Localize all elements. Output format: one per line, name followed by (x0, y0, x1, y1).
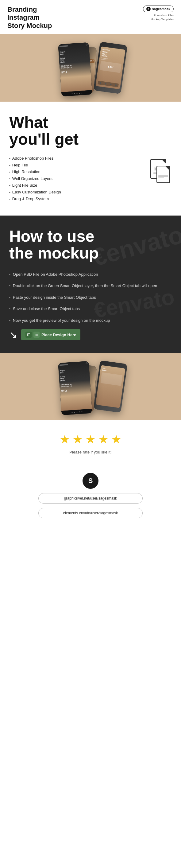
phone-front-2: August2022InstagStoryMockuEdit Design on… (58, 361, 92, 415)
list-item: Well Organized Layers (9, 176, 141, 181)
star-3: ★ (85, 433, 96, 446)
how-step: Now you get the preview of your design o… (9, 317, 172, 323)
place-design-label: Place Design Here (41, 333, 76, 337)
header-subtitle: Photoshop FilesMockup Templates (151, 13, 174, 21)
phone-back-2: Bake Baker (93, 361, 127, 413)
phone-front: August2022InstagStoryMockuEdit Design on… (58, 42, 92, 97)
rate-text: Please rate if you like it! (69, 450, 111, 455)
hero-section-2: Bake Baker CREATING AbrandingMOCKUP Augu… (0, 353, 181, 420)
phone-screen: August2022InstagStoryMockuEdit Design on… (58, 42, 92, 92)
how-step: Save and close the Smart Object tabs (9, 306, 172, 312)
list-item: Adobe Photoshop Files (9, 156, 141, 161)
what-section: What you'll get Adobe Photoshop Files He… (0, 102, 181, 216)
star-5: ★ (111, 433, 121, 446)
header: Branding Instagram Story Mockup S sagesm… (0, 0, 181, 34)
list-item: Easy Customization Design (9, 190, 141, 194)
star-2: ★ (72, 433, 83, 446)
brand-badge: S sagesmask (143, 5, 174, 12)
psd-file-icon-2 (156, 166, 170, 183)
phone-screen-text-2: August2022InstagStoryMockuEdit Design on… (60, 368, 89, 393)
stars-section: ★ ★ ★ ★ ★ Please rate if you like it! (0, 420, 181, 467)
place-design-button[interactable]: IT ⊞ Place Design Here (21, 329, 80, 340)
what-list: Adobe Photoshop Files Help File High Res… (9, 156, 141, 203)
brand-name: sagesmask (152, 7, 170, 11)
stars-row: ★ ★ ★ ★ ★ (60, 433, 121, 446)
what-title: What you'll get (9, 114, 172, 147)
phone-mockup-group-1: August 2022 InstagStoryMocku Edit Design… (50, 40, 131, 95)
hero-section-1: August 2022 InstagStoryMocku Edit Design… (0, 34, 181, 102)
how-title: How to use the mockup (9, 228, 172, 261)
list-item: Drag & Drop System (9, 196, 141, 201)
phone-back: August 2022 InstagStoryMocku Edit Design… (93, 42, 127, 94)
link-envato[interactable]: elements.envato/user/sagesmask (38, 508, 143, 518)
list-item: High Resolution (9, 169, 141, 174)
smart-object-icon: IT (26, 332, 32, 338)
page-title: Branding Instagram Story Mockup (7, 5, 52, 30)
list-item: Help File (9, 163, 141, 167)
header-right: S sagesmask Photoshop FilesMockup Templa… (143, 5, 174, 21)
list-item: Light File Size (9, 183, 141, 188)
how-step: Double-click on the Green Smart Object l… (9, 283, 172, 289)
place-design-icon-2: ⊞ (33, 332, 40, 338)
brand-circle: S (82, 473, 99, 489)
brand-icon: S (146, 7, 151, 11)
how-section: €envato €envato How to use the mockup Op… (0, 216, 181, 353)
phone-screen-text: August2022InstagStoryMockuEdit Design on… (60, 49, 89, 74)
phone-screen-2: August2022InstagStoryMockuEdit Design on… (58, 361, 92, 411)
psd-icon-group: PSD (147, 159, 172, 187)
psd-lines-2 (158, 175, 168, 179)
arrow-container: ↙ IT ⊞ Place Design Here (9, 329, 172, 341)
what-content: Adobe Photoshop Files Help File High Res… (9, 156, 172, 203)
phone-back-inner: August 2022 InstagStoryMocku Edit Design… (96, 46, 125, 89)
link-graphicriver[interactable]: graphicriver.net/user/sagesmask (38, 493, 143, 503)
curved-arrow-icon: ↙ (9, 329, 17, 341)
how-step: Paste your design inside the Smart Objec… (9, 294, 172, 301)
how-list: Open PSD File on Adobe Photoshop Applica… (9, 272, 172, 323)
phone-back-inner-2: Bake Baker (96, 365, 125, 408)
phone-mockup-group-2: Bake Baker CREATING AbrandingMOCKUP Augu… (50, 359, 131, 414)
how-step: Open PSD File on Adobe Photoshop Applica… (9, 272, 172, 278)
brand-section: S graphicriver.net/user/sagesmask elemen… (0, 467, 181, 531)
star-1: ★ (60, 433, 70, 446)
star-4: ★ (98, 433, 109, 446)
